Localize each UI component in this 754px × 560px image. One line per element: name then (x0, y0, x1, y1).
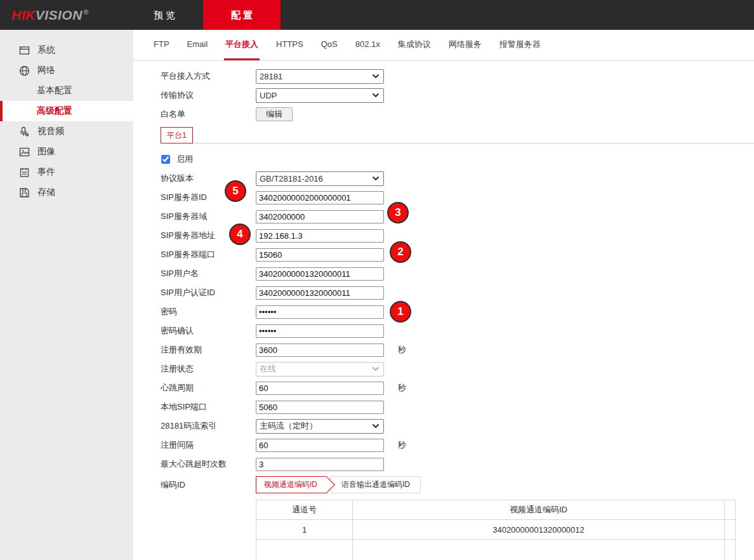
cell-extra (725, 540, 736, 560)
sip-server-port-label: SIP服务器端口 (161, 249, 256, 260)
table-row[interactable]: 1 34020000001320000012 (256, 520, 736, 540)
tab-email[interactable]: Email (186, 30, 209, 60)
sip-auth-id-input[interactable] (256, 286, 384, 300)
tab-configuration[interactable]: 配 置 (203, 0, 281, 30)
heartbeat-interval-input[interactable] (256, 382, 384, 395)
sidebar-item-basic-config[interactable]: 基本配置 (0, 81, 133, 101)
register-validity-label: 注册有效期 (161, 344, 256, 356)
sip-server-address-input[interactable] (256, 229, 384, 243)
unit-seconds: 秒 (398, 382, 406, 394)
sidebar-subitem-label: 高级配置 (37, 105, 72, 117)
sidebar-item-label: 存储 (37, 187, 55, 198)
chevron-down-icon (372, 93, 380, 98)
tab-audio-output-encode-id[interactable]: 语音输出通道编码ID (331, 476, 421, 493)
platform-access-form: 平台接入方式 28181 传输协议 UDP 白名单 编辑 平台1 (133, 61, 754, 560)
chevron-down-icon (372, 176, 380, 181)
col-channel-number: 通道号 (256, 500, 353, 520)
event-icon (19, 167, 30, 178)
sidebar-item-system[interactable]: 系统 (0, 40, 133, 60)
settings-tabbar: FTP Email 平台接入 HTTPS QoS 802.1x 集成协议 网络服… (133, 30, 754, 61)
cell-channel-number: 1 (256, 520, 353, 540)
sip-server-domain-input[interactable] (256, 210, 384, 223)
tab-platform-access[interactable]: 平台接入 (224, 30, 260, 60)
sidebar-item-label: 系统 (37, 44, 55, 56)
sidebar-item-label: 视音频 (37, 126, 64, 137)
sidebar-item-label: 事件 (37, 166, 55, 178)
sidebar: 系统 网络 基本配置 高级配置 视音频 图像 (0, 30, 133, 560)
sidebar-item-image[interactable]: 图像 (0, 142, 133, 162)
unit-seconds: 秒 (398, 439, 406, 451)
local-sip-port-input[interactable] (256, 401, 384, 414)
callout-badge-5: 5 (225, 180, 246, 202)
register-interval-label: 注册间隔 (161, 439, 256, 451)
selected-value: GB/T28181-2016 (260, 174, 323, 183)
enable-checkbox[interactable] (161, 155, 170, 164)
sidebar-item-audio-video[interactable]: 视音频 (0, 121, 133, 142)
platform-access-mode-label: 平台接入方式 (161, 70, 256, 82)
register-status-select: 在线 (256, 362, 384, 377)
tab-platform-1[interactable]: 平台1 (161, 127, 193, 143)
sidebar-item-event[interactable]: 事件 (0, 162, 133, 182)
logo-vision: VISION (36, 8, 83, 22)
tab-ftp[interactable]: FTP (152, 30, 171, 60)
col-video-channel-encode-id: 视频通道编码ID (353, 500, 725, 520)
sip-username-label: SIP用户名 (161, 268, 256, 279)
tab-preview[interactable]: 预 览 (126, 0, 203, 30)
stream-index-label: 28181码流索引 (161, 420, 256, 432)
image-icon (19, 147, 30, 157)
cell-encode-id (353, 540, 725, 560)
sidebar-item-network[interactable]: 网络 (0, 60, 133, 81)
selected-value: UDP (260, 91, 277, 100)
tab-network-service[interactable]: 网络服务 (447, 30, 483, 60)
chevron-down-icon (372, 366, 380, 371)
protocol-version-select[interactable]: GB/T28181-2016 (256, 171, 384, 186)
max-heartbeat-timeouts-input[interactable] (256, 458, 384, 471)
sip-server-port-input[interactable] (256, 248, 384, 262)
register-interval-input[interactable] (256, 439, 384, 452)
selected-value: 主码流（定时） (260, 420, 317, 432)
sidebar-item-advanced-config[interactable]: 高级配置 (0, 101, 133, 121)
enable-label: 启用 (176, 154, 193, 165)
audio-video-icon (19, 126, 30, 137)
system-icon (19, 45, 30, 56)
col-extra (725, 500, 736, 520)
sidebar-item-label: 网络 (37, 65, 55, 76)
stream-index-select[interactable]: 主码流（定时） (256, 419, 384, 434)
chevron-down-icon (372, 423, 380, 429)
password-confirm-input[interactable] (256, 324, 384, 338)
table-row[interactable] (256, 540, 736, 560)
local-sip-port-label: 本地SIP端口 (161, 401, 256, 413)
register-status-label: 注册状态 (161, 363, 256, 375)
password-confirm-label: 密码确认 (161, 325, 256, 337)
video-channel-table: 通道号 视频通道编码ID 1 34020000001320000012 (256, 500, 736, 560)
tab-integration-protocol[interactable]: 集成协议 (397, 30, 432, 60)
whitelist-label: 白名单 (161, 109, 256, 120)
sip-auth-id-label: SIP用户认证ID (161, 287, 256, 298)
tab-alarm-server[interactable]: 报警服务器 (498, 30, 542, 60)
callout-badge-2: 2 (390, 241, 411, 263)
tab-label: 语音输出通道编码ID (341, 479, 410, 490)
tab-qos[interactable]: QoS (320, 30, 339, 60)
logo-registered-mark: ® (84, 9, 89, 16)
heartbeat-interval-label: 心跳周期 (161, 382, 256, 394)
platform-access-mode-select[interactable]: 28181 (256, 69, 384, 84)
register-validity-input[interactable] (256, 343, 384, 357)
tab-8021x[interactable]: 802.1x (354, 30, 381, 60)
tab-https[interactable]: HTTPS (275, 30, 305, 60)
hikvision-logo: HIKVISION® (11, 8, 89, 23)
transport-protocol-select[interactable]: UDP (256, 88, 384, 103)
tab-video-channel-encode-id[interactable]: 视频通道编码ID (256, 476, 326, 493)
password-label: 密码 (161, 306, 256, 317)
whitelist-edit-button[interactable]: 编辑 (256, 107, 293, 121)
sip-server-id-input[interactable] (256, 191, 384, 204)
main-content: FTP Email 平台接入 HTTPS QoS 802.1x 集成协议 网络服… (133, 30, 754, 560)
encode-id-label: 编码ID (161, 479, 256, 491)
selected-value: 28181 (260, 72, 282, 81)
sip-username-input[interactable] (256, 267, 384, 281)
cell-channel-number (256, 540, 353, 560)
password-input[interactable] (256, 305, 384, 319)
cell-extra (725, 520, 736, 540)
sidebar-item-storage[interactable]: 存储 (0, 182, 133, 203)
sidebar-subitem-label: 基本配置 (37, 85, 72, 97)
callout-badge-4: 4 (229, 223, 251, 245)
